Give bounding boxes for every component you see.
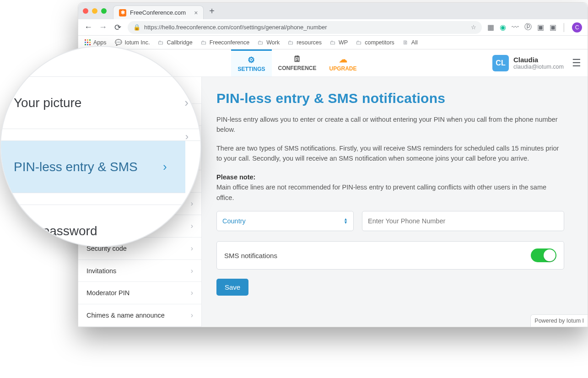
magnifier-row-label: ur password <box>14 224 97 238</box>
apps-shortcut[interactable]: Apps <box>85 39 107 46</box>
extension-grammarly-icon[interactable]: ◉ <box>500 23 506 32</box>
tab-favicon-icon: ✱ <box>119 9 126 16</box>
close-tab-icon[interactable]: × <box>194 9 198 16</box>
tab-conference[interactable]: 🗓 CONFERENCE <box>272 49 323 76</box>
user-block[interactable]: CL Claudia claudia@iotum.com ☰ <box>492 49 588 76</box>
magnifier-row-label: Your picture <box>14 96 81 110</box>
back-button[interactable]: ← <box>84 22 93 32</box>
select-caret-icon: ▲▼ <box>344 218 348 224</box>
magnifier-cropped-row: › <box>0 193 201 205</box>
tab-conference-label: CONFERENCE <box>278 65 317 71</box>
intro-paragraph-1: PIN-less entry allows you to enter or cr… <box>216 114 564 135</box>
sidebar-item-moderator-pin[interactable]: Moderator PIN› <box>78 282 201 304</box>
calendar-icon: 🗓 <box>293 54 302 64</box>
tab-title: FreeConference.com <box>130 9 186 16</box>
bookmark-competitors[interactable]: 🗀competitors <box>356 39 394 46</box>
folder-icon: 🗀 <box>356 39 362 46</box>
tab-upgrade[interactable]: ☁ UPGRADE <box>323 49 363 76</box>
user-email: claudia@iotum.com <box>513 64 564 70</box>
sms-toggle[interactable] <box>531 248 556 262</box>
profile-avatar[interactable]: C <box>572 22 582 32</box>
sms-toggle-label: SMS notifications <box>224 252 277 259</box>
cloud-up-icon: ☁ <box>339 54 347 65</box>
close-window-icon[interactable] <box>83 8 88 14</box>
new-tab-button[interactable]: + <box>209 6 215 16</box>
bookmark-callbridge[interactable]: 🗀Callbridge <box>158 39 192 46</box>
save-button[interactable]: Save <box>216 279 248 296</box>
sidebar-item-invitations[interactable]: Invitations› <box>78 260 201 282</box>
chevron-right-icon: › <box>163 160 167 174</box>
extension-icon-2[interactable]: 〰 <box>512 23 519 32</box>
sidebar-item-label: Invitations <box>86 267 116 275</box>
bookmarks-bar: Apps 💬Iotum Inc. 🗀Callbridge 🗀Freeconfer… <box>78 36 588 49</box>
note-paragraph: Please note: Main office lines are not r… <box>216 172 564 203</box>
sms-toggle-row: SMS notifications <box>216 241 564 270</box>
magnifier-row-label: PIN-less entry & SMS <box>14 160 138 174</box>
folder-icon: 🗀 <box>158 39 164 46</box>
phone-input[interactable] <box>362 211 564 231</box>
sidebar-item-label: Moderator PIN <box>86 289 129 297</box>
chat-icon: 💬 <box>115 39 122 46</box>
note-label: Please note: <box>216 173 255 181</box>
note-body: Main office lines are not recommended fo… <box>216 184 546 201</box>
extension-camera-icon[interactable]: ▣ <box>550 23 556 32</box>
extension-pinterest-icon[interactable]: ⓟ <box>524 22 532 32</box>
page-title: PIN-less entry & SMS notifications <box>216 91 574 106</box>
url-text: https://hello.freeconference.com/conf/se… <box>144 24 467 31</box>
sidebar-item-label: Chimes & name announce <box>86 312 165 319</box>
reload-button[interactable]: ⟳ <box>113 22 122 32</box>
tab-settings-label: SETTINGS <box>237 66 265 72</box>
lock-icon: 🔒 <box>133 24 140 31</box>
chevron-right-icon: › <box>191 289 193 297</box>
chevron-right-icon: › <box>185 131 189 143</box>
window-controls[interactable] <box>83 8 107 14</box>
url-input[interactable]: 🔒 https://hello.freeconference.com/conf/… <box>128 21 482 34</box>
country-select-label: Country <box>222 217 246 225</box>
chevron-right-icon: › <box>191 222 193 230</box>
magnifier-overlay: Your picture › › PIN-less entry & SMS › … <box>0 46 201 247</box>
magnifier-row-pinless[interactable]: PIN-less entry & SMS › <box>0 141 185 193</box>
tab-settings[interactable]: ⚙ SETTINGS <box>231 49 271 76</box>
chevron-right-icon: › <box>191 244 193 253</box>
apps-label: Apps <box>93 39 107 46</box>
address-bar: ← → ⟳ 🔒 https://hello.freeconference.com… <box>78 19 588 36</box>
chevron-right-icon: › <box>191 311 193 319</box>
intro-paragraph-2: There are two types of SMS notifications… <box>216 143 564 164</box>
chevron-right-icon: › <box>191 267 193 275</box>
powered-by-badge: Powered by Iotum I <box>530 314 588 327</box>
gear-icon: ⚙ <box>248 55 255 65</box>
maximize-window-icon[interactable] <box>101 8 107 14</box>
form-row: Country ▲▼ <box>216 211 564 231</box>
toolbar-icons: ▦ ◉ 〰 ⓟ ▣ ▣ │ C <box>487 22 582 32</box>
document-icon: 🗎 <box>403 39 409 46</box>
toggle-knob <box>544 249 556 261</box>
extension-icon[interactable]: ▦ <box>487 23 494 32</box>
menu-icon[interactable]: ☰ <box>572 57 581 69</box>
user-avatar: CL <box>492 55 509 71</box>
bookmark-star-icon[interactable]: ☆ <box>471 24 476 31</box>
extension-icon-3[interactable]: ▣ <box>537 23 544 32</box>
bookmark-freeconference[interactable]: 🗀Freeconference <box>201 39 250 46</box>
apps-icon <box>85 39 91 45</box>
chevron-right-icon: › <box>184 96 189 110</box>
bookmark-wp[interactable]: 🗀WP <box>330 39 348 46</box>
folder-icon: 🗀 <box>330 39 336 46</box>
sidebar-item-chimes[interactable]: Chimes & name announce› <box>78 304 201 327</box>
folder-icon: 🗀 <box>201 39 207 46</box>
bookmark-iotum[interactable]: 💬Iotum Inc. <box>115 39 150 46</box>
country-select[interactable]: Country ▲▼ <box>216 211 354 231</box>
bookmark-resources[interactable]: 🗀resources <box>288 39 322 46</box>
content-panel: PIN-less entry & SMS notifications PIN-l… <box>202 77 588 327</box>
chevron-right-icon: › <box>191 200 193 208</box>
tab-bar: ✱ FreeConference.com × + <box>78 3 588 19</box>
browser-tab[interactable]: ✱ FreeConference.com × <box>113 5 204 19</box>
tab-upgrade-label: UPGRADE <box>329 65 357 72</box>
minimize-window-icon[interactable] <box>92 8 97 14</box>
folder-icon: 🗀 <box>288 39 294 46</box>
magnifier-cropped-row: › <box>0 129 201 141</box>
bookmark-all[interactable]: 🗎All <box>403 39 418 46</box>
bookmark-work[interactable]: 🗀Work <box>258 39 280 46</box>
forward-button[interactable]: → <box>98 22 108 32</box>
magnifier-row-picture[interactable]: Your picture › <box>0 77 201 129</box>
folder-icon: 🗀 <box>258 39 264 46</box>
